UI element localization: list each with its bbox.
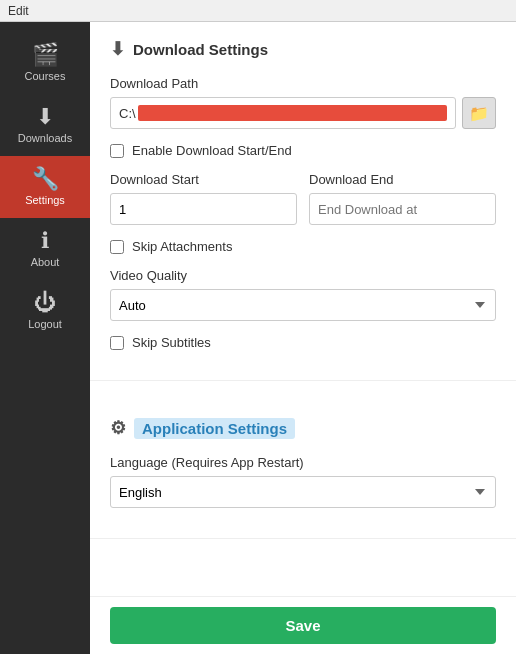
edit-menu[interactable]: Edit: [8, 4, 29, 18]
app-settings-header: ⚙ Application Settings: [110, 417, 496, 439]
enable-download-checkbox[interactable]: [110, 144, 124, 158]
language-label: Language (Requires App Restart): [110, 455, 496, 470]
download-path-label: Download Path: [110, 76, 496, 91]
app-settings-title: Application Settings: [134, 418, 295, 439]
app-settings-section: ⚙ Application Settings Language (Require…: [90, 401, 516, 539]
enable-download-label: Enable Download Start/End: [132, 143, 292, 158]
settings-icon: 🔧: [32, 168, 59, 190]
bottom-spacer: [90, 539, 516, 559]
download-settings-section: ⬇ Download Settings Download Path C:\ 📁: [90, 22, 516, 381]
scroll-area: ⬇ Download Settings Download Path C:\ 📁: [90, 22, 516, 596]
skip-attachments-checkbox[interactable]: [110, 240, 124, 254]
download-section-icon: ⬇: [110, 38, 125, 60]
settings-label: Settings: [25, 194, 65, 206]
folder-browse-button[interactable]: 📁: [462, 97, 496, 129]
skip-subtitles-checkbox[interactable]: [110, 336, 124, 350]
sidebar-item-courses[interactable]: 🎬 Courses: [0, 32, 90, 94]
sidebar: 🎬 Courses ⬇ Downloads 🔧 Settings ℹ About…: [0, 22, 90, 654]
language-group: Language (Requires App Restart) English …: [110, 455, 496, 508]
path-highlight: [138, 105, 447, 121]
save-button[interactable]: Save: [110, 607, 496, 644]
start-end-row: Download Start Download End: [110, 172, 496, 225]
skip-subtitles-row: Skip Subtitles: [110, 335, 496, 350]
start-col: Download Start: [110, 172, 297, 225]
video-quality-group: Video Quality Auto 720p 480p 360p: [110, 268, 496, 321]
download-settings-header: ⬇ Download Settings: [110, 38, 496, 60]
sidebar-item-about[interactable]: ℹ About: [0, 218, 90, 280]
downloads-label: Downloads: [18, 132, 72, 144]
download-end-input[interactable]: [309, 193, 496, 225]
logout-icon: ⏻: [34, 292, 56, 314]
path-prefix: C:\: [119, 106, 136, 121]
skip-attachments-row: Skip Attachments: [110, 239, 496, 254]
main-content: ⬇ Download Settings Download Path C:\ 📁: [90, 22, 516, 654]
logout-label: Logout: [28, 318, 62, 330]
sidebar-item-logout[interactable]: ⏻ Logout: [0, 280, 90, 342]
path-display: C:\: [110, 97, 456, 129]
sidebar-item-downloads[interactable]: ⬇ Downloads: [0, 94, 90, 156]
enable-download-row: Enable Download Start/End: [110, 143, 496, 158]
about-label: About: [31, 256, 60, 268]
download-end-label: Download End: [309, 172, 496, 187]
courses-icon: 🎬: [32, 44, 59, 66]
skip-attachments-label: Skip Attachments: [132, 239, 232, 254]
end-col: Download End: [309, 172, 496, 225]
sidebar-item-settings[interactable]: 🔧 Settings: [0, 156, 90, 218]
download-path-group: Download Path C:\ 📁: [110, 76, 496, 129]
downloads-icon: ⬇: [36, 106, 54, 128]
spacer: [90, 381, 516, 401]
courses-label: Courses: [25, 70, 66, 82]
folder-icon: 📁: [469, 104, 489, 123]
video-quality-label: Video Quality: [110, 268, 496, 283]
video-quality-select[interactable]: Auto 720p 480p 360p: [110, 289, 496, 321]
path-input-row: C:\ 📁: [110, 97, 496, 129]
skip-subtitles-label: Skip Subtitles: [132, 335, 211, 350]
download-settings-title: Download Settings: [133, 41, 268, 58]
menu-bar: Edit: [0, 0, 516, 22]
language-select[interactable]: English Spanish French German: [110, 476, 496, 508]
app-settings-icon: ⚙: [110, 417, 126, 439]
download-start-input[interactable]: [110, 193, 297, 225]
download-start-label: Download Start: [110, 172, 297, 187]
save-bar: Save: [90, 596, 516, 654]
about-icon: ℹ: [41, 230, 49, 252]
